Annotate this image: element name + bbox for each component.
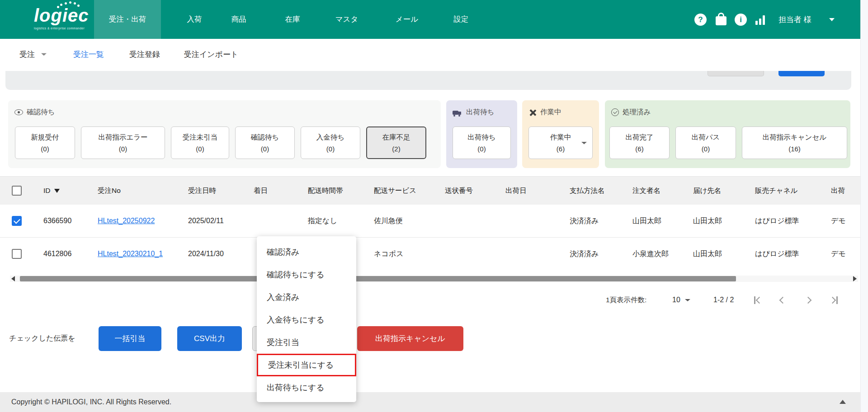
cell-id: 6366590 [33,205,88,237]
menu-item-allocate-order[interactable]: 受注引当 [257,331,356,354]
scroll-to-top-icon[interactable] [840,400,846,404]
menu-item-set-awaiting-shipment[interactable]: 出荷待ちにする [257,376,356,399]
bulk-allocate-button[interactable]: 一括引当 [99,326,161,351]
status-group-awaiting-shipment: 出荷待ち 出荷待ち (0) [446,100,517,168]
brand-name: logiec [34,5,93,26]
column-header-shipping: 出荷 [821,177,860,205]
status-button-shipped[interactable]: 出荷完了 (6) [609,126,670,159]
cell-orderer: 山田太郎 [623,205,683,237]
logo[interactable]: logiec logistics & enterprise commander [34,5,93,34]
status-group-confirm: 確認待ち 新規受付 (0) 出荷指示エラー (0) 受注未引当 (0) 確認待ち… [8,100,441,168]
cell-delivery-service: 佐川急便 [364,205,435,237]
copyright-text: Copyright © HAPILOGI, INC. All Rights Re… [11,392,171,412]
status-button-awaiting-payment[interactable]: 入金待ち (0) [301,126,360,159]
order-no-link[interactable]: HLtest_20250922 [98,217,155,225]
next-page-button[interactable] [806,291,811,309]
nav-item-orders-shipping[interactable]: 受注・出荷 [94,0,161,39]
bag-icon[interactable] [716,13,726,26]
per-page-select[interactable]: 10 [672,291,690,309]
user-menu[interactable]: 担当者 様 [778,0,811,39]
horizontal-scrollbar-thumb[interactable] [20,276,736,281]
tab-order-import[interactable]: 受注インポート [184,39,239,70]
nav-item-stock[interactable]: 在庫 [285,0,300,39]
cell-tracking-no [435,238,495,270]
menu-item-set-awaiting-confirm[interactable]: 確認待ちにする [257,263,356,286]
per-page-label: 1頁表示件数: [606,291,646,309]
info-icon[interactable]: i [735,14,747,26]
order-no-link[interactable]: HLtest_20230210_1 [98,250,163,258]
status-button-out-of-stock[interactable]: 在庫不足 (2) [366,126,426,159]
row-checkbox[interactable] [12,216,22,226]
checked-slips-label: チェックした伝票を [9,326,75,351]
scroll-right-arrow-icon[interactable] [853,276,857,281]
status-button-awaiting-shipment[interactable]: 出荷待ち (0) [453,126,511,159]
sort-desc-icon [54,189,60,193]
cell-recipient: 山田太郎 [683,205,745,237]
status-group-processed: 処理済み 出荷完了 (6) 出荷パス (0) 出荷指示キャンセル (16) [605,100,850,168]
check-circle-icon [611,108,619,116]
select-all-checkbox[interactable] [12,186,22,196]
last-page-button[interactable] [830,291,838,309]
column-header-id[interactable]: ID [33,177,88,205]
row-checkbox[interactable] [12,249,22,259]
column-header-ship-date: 出荷日 [495,177,560,205]
help-icon[interactable]: ? [694,14,707,26]
column-header-sales-channel: 販売チャネル [745,177,821,205]
header-checkbox-cell [0,177,33,205]
status-button-awaiting-confirm[interactable]: 確認待ち (0) [235,126,295,159]
cell-order-date: 2024/11/30 [178,238,244,270]
status-button-ship-pass[interactable]: 出荷パス (0) [675,126,736,159]
search-panel-search-button[interactable] [778,71,825,76]
status-button-working[interactable]: 作業中 (6) [528,126,593,159]
pagination-range: 1-2 / 2 [713,291,734,309]
top-nav: logiec logistics & enterprise commander … [0,0,868,39]
status-group-working-header: 作業中 [528,108,561,117]
status-button-new[interactable]: 新規受付 (0) [15,126,75,159]
cell-payment-method: 決済済み [560,238,623,270]
cell-ship-date [495,238,560,270]
cell-tracking-no [435,205,495,237]
orders-table: ID 受注No 受注日時 着日 配送時間帯 配送サービス 送状番号 出荷日 支払… [0,176,860,270]
status-button-unallocated[interactable]: 受注未引当 (0) [171,126,229,159]
column-header-recipient: 届け先名 [683,177,745,205]
column-header-orderer: 注文者名 [623,177,683,205]
scroll-left-arrow-icon[interactable] [11,276,15,281]
cell-arrival-date [244,205,298,237]
nav-item-mail[interactable]: メール [396,0,418,39]
logo-dots-decoration [60,4,62,6]
status-group-awaiting-shipment-header: 出荷待ち [453,108,494,117]
status-group-confirm-header: 確認待ち [14,108,55,117]
nav-item-master[interactable]: マスタ [335,0,359,39]
menu-item-paid[interactable]: 入金済み [257,286,356,309]
tab-order-register[interactable]: 受注登録 [129,39,160,70]
working-caret-down-icon[interactable] [581,142,587,144]
column-header-order-date: 受注日時 [178,177,244,205]
cell-payment-method: 決済済み [560,205,623,237]
per-page-caret-down-icon [685,299,690,301]
table-header-row: ID 受注No 受注日時 着日 配送時間帯 配送サービス 送状番号 出荷日 支払… [0,177,860,205]
cell-order-no: HLtest_20250922 [88,205,178,237]
prev-page-button[interactable] [780,291,785,309]
brand-tagline: logistics & enterprise commander [34,27,93,30]
cell-shipping: デモ [821,205,860,237]
menu-item-set-unallocated[interactable]: 受注未引当にする [257,354,356,376]
browser-scrollbar[interactable] [860,0,868,412]
cancel-shipping-button[interactable]: 出荷指示キャンセル [357,326,463,351]
menu-item-set-awaiting-payment[interactable]: 入金待ちにする [257,309,356,331]
nav-item-settings[interactable]: 設定 [454,0,469,39]
stats-icon[interactable] [755,14,766,25]
search-panel-clear-button[interactable] [708,71,764,76]
nav-item-inbound[interactable]: 入荷 [187,0,202,39]
csv-export-button[interactable]: CSV出力 [177,326,242,351]
nav-item-products[interactable]: 商品 [231,0,246,39]
menu-item-confirmed[interactable]: 確認済み [257,241,356,263]
status-button-ship-error[interactable]: 出荷指示エラー (0) [81,126,165,159]
table-row: 4612806 HLtest_20230210_1 2024/11/30 ネコポ… [0,238,860,270]
first-page-button[interactable] [754,291,762,309]
tab-order-list[interactable]: 受注一覧 [73,39,104,70]
user-caret-down-icon[interactable] [829,18,835,21]
status-group-working: 作業中 作業中 (6) [522,100,599,168]
tab-group-orders-dropdown[interactable]: 受注 [19,39,47,70]
status-button-ship-cancel[interactable]: 出荷指示キャンセル (16) [742,126,847,159]
cell-delivery-time: 指定なし [298,205,364,237]
